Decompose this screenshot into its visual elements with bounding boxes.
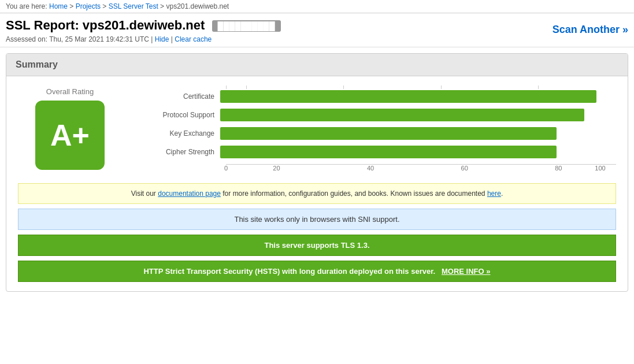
- chart-row-cipher: Cipher Strength: [157, 146, 616, 158]
- clear-cache-link[interactable]: Clear cache: [175, 35, 212, 43]
- sni-notice: This site works only in browsers with SN…: [18, 209, 616, 230]
- page-header: SSL Report: vps201.dewiweb.net █████████…: [0, 13, 634, 47]
- chart-label-keyexchange: Key Exchange: [157, 129, 220, 138]
- documentation-notice: Visit our documentation page for more in…: [18, 183, 616, 204]
- grade-value: A+: [50, 118, 90, 153]
- notice-text-after: .: [501, 190, 503, 198]
- chart-label-protocol: Protocol Support: [157, 111, 220, 119]
- rating-section: Overall Rating A+: [18, 86, 616, 172]
- grade-badge: A+: [35, 101, 105, 170]
- hostname: vps201.dewiweb.net: [83, 18, 205, 32]
- summary-title: Summary: [16, 60, 58, 69]
- breadcrumb-current: vps201.dewiweb.net: [166, 2, 229, 10]
- chart-label-cipher: Cipher Strength: [157, 148, 220, 156]
- chart-bar-keyexchange: [220, 127, 616, 140]
- title-prefix: SSL Report:: [6, 18, 79, 32]
- chart-bar-certificate: [220, 90, 616, 103]
- notice-text-before: Visit our: [131, 190, 158, 198]
- chart-row-certificate: Certificate: [157, 90, 616, 103]
- sni-text: This site works only in browsers with SN…: [234, 215, 399, 224]
- page-title: SSL Report: vps201.dewiweb.net █████████…: [6, 18, 281, 33]
- summary-box: Summary Overall Rating A+: [6, 53, 628, 292]
- chart-wrapper: Certificate Protocol Support: [157, 86, 616, 172]
- summary-header: Summary: [6, 54, 628, 76]
- breadcrumb-prefix: You are here:: [6, 2, 47, 10]
- chart-area: Certificate Protocol Support: [157, 86, 616, 172]
- rating-left: Overall Rating A+: [18, 87, 122, 170]
- hsts-text: HTTP Strict Transport Security (HSTS) wi…: [143, 267, 435, 276]
- chart-label-certificate: Certificate: [157, 92, 220, 101]
- assessed-date: Thu, 25 Mar 2021 19:42:31 UTC: [49, 35, 149, 43]
- tls-notice: This server supports TLS 1.3.: [18, 235, 616, 256]
- overall-rating-label: Overall Rating: [46, 87, 94, 96]
- chart-bar-cipher: [220, 146, 616, 158]
- scan-another-link[interactable]: Scan Another »: [553, 24, 628, 36]
- assessed-label: Assessed on:: [6, 35, 47, 43]
- hsts-more-info-link[interactable]: MORE INFO »: [442, 267, 491, 276]
- chart-row-protocol: Protocol Support: [157, 109, 616, 121]
- hsts-notice: HTTP Strict Transport Security (HSTS) wi…: [18, 261, 616, 282]
- known-issues-link[interactable]: here: [487, 190, 501, 198]
- tls-text: This server supports TLS 1.3.: [264, 241, 369, 250]
- chart-bar-protocol: [220, 109, 616, 121]
- breadcrumb-home[interactable]: Home: [49, 2, 68, 10]
- breadcrumb: You are here: Home > Projects > SSL Serv…: [0, 0, 634, 13]
- breadcrumb-ssl-server-test[interactable]: SSL Server Test: [109, 2, 158, 10]
- breadcrumb-projects[interactable]: Projects: [76, 2, 101, 10]
- documentation-page-link[interactable]: documentation page: [158, 190, 221, 198]
- assessed-info: Assessed on: Thu, 25 Mar 2021 19:42:31 U…: [6, 35, 281, 43]
- main-content: Summary Overall Rating A+: [0, 47, 634, 298]
- ip-badge: ██████████: [212, 20, 281, 32]
- notice-text-middle: for more information, configuration guid…: [221, 190, 487, 198]
- summary-body: Overall Rating A+: [6, 76, 628, 291]
- hide-link[interactable]: Hide: [155, 35, 169, 43]
- chart-row-keyexchange: Key Exchange: [157, 127, 616, 140]
